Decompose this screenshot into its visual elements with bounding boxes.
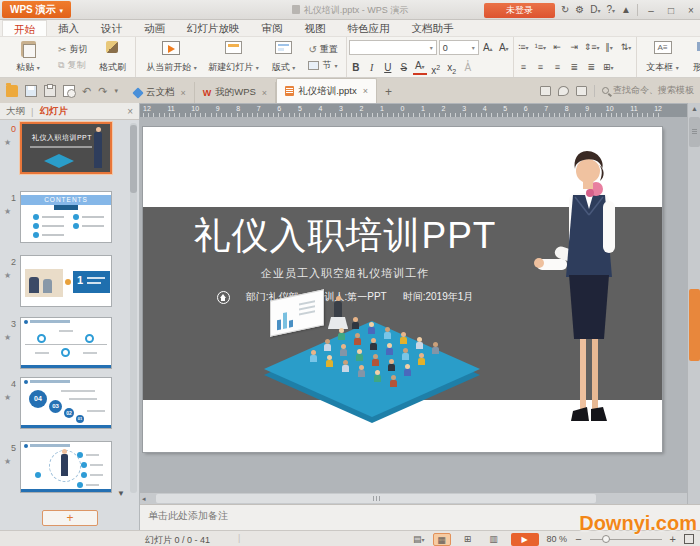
increase-indent-icon[interactable]: ⇥ [567, 40, 582, 55]
pinyin-guide-button[interactable]: A̓ [461, 60, 475, 75]
slide-thumbnail-3[interactable] [20, 317, 112, 369]
slide-thumbnail-1[interactable]: CONTENTS [20, 191, 112, 243]
help-icon[interactable]: ?▾ [607, 1, 616, 20]
more-slides-icon[interactable]: ▼ [117, 489, 125, 498]
align-right-icon[interactable]: ≡ [550, 60, 565, 75]
pen-icon[interactable] [558, 86, 569, 96]
slide-thumbnail-2[interactable]: 1 [20, 255, 112, 307]
menu-tab-slideshow[interactable]: 幻灯片放映 [176, 20, 251, 36]
normal-view-button[interactable]: ▦ [433, 533, 451, 546]
slide-thumbnail-4[interactable]: 04 03 02 01 [20, 377, 112, 429]
menu-tab-view[interactable]: 视图 [294, 20, 337, 36]
command-search-input[interactable]: 查找命令、搜索模板 [602, 84, 694, 97]
skin-theme-icon[interactable]: D▾ [590, 1, 600, 20]
slide-canvas[interactable]: 礼仪入职培训PPT 企业员工入职空姐礼仪培训工作 部门:礼仪部 培训人:第一PP… [143, 127, 662, 452]
align-left-icon[interactable]: ≡ [516, 60, 531, 75]
font-family-select[interactable]: ▾ [349, 40, 437, 55]
feedback-icon[interactable] [540, 86, 551, 96]
hscrollbar-thumb[interactable] [156, 494, 596, 503]
slide-sorter-view-button[interactable]: ⊞ [459, 533, 477, 546]
tab-outline[interactable]: 大纲 [6, 105, 25, 118]
increase-font-icon[interactable]: A▴ [481, 40, 495, 55]
print-preview-icon[interactable] [63, 85, 75, 97]
new-slide-button[interactable]: 新建幻灯片 ▾ [203, 39, 263, 75]
add-slide-button[interactable]: + [42, 510, 98, 526]
tab-slides[interactable]: 幻灯片 [39, 105, 68, 118]
play-from-current-button[interactable]: 从当前开始 ▾ [139, 39, 203, 75]
italic-button[interactable]: I [365, 60, 379, 75]
menu-tab-doc-assistant[interactable]: 文档助手 [401, 20, 465, 36]
underline-button[interactable]: U [381, 60, 395, 75]
scroll-up-icon[interactable]: ▲ [688, 105, 700, 112]
minimize-button[interactable]: – [644, 5, 658, 16]
tab-liyi-peixun-pptx[interactable]: 礼仪培训.pptx × [276, 78, 377, 103]
tab-cloud-docs[interactable]: 云文档 × [126, 82, 195, 103]
zoom-slider-knob[interactable] [602, 535, 610, 543]
close-tab-icon[interactable]: × [363, 86, 368, 96]
layout-button[interactable]: 版式 ▾ [263, 39, 303, 75]
reset-button[interactable]: ↺重置 [305, 41, 340, 57]
section-button[interactable]: 节▾ [305, 57, 340, 73]
font-color-button[interactable]: A▾ [413, 60, 427, 75]
line-spacing-icon[interactable]: ⇕≡▾ [584, 40, 600, 55]
copy-button[interactable]: ⧉复制 [55, 57, 90, 73]
settings-gear-icon[interactable]: ⚙ [575, 1, 584, 19]
share-icon[interactable] [576, 86, 587, 96]
vertical-scrollbar[interactable]: ▲ [687, 103, 700, 504]
format-painter-button[interactable]: 格式刷 [92, 39, 132, 75]
sync-icon[interactable]: ↻ [561, 1, 569, 19]
text-box-button[interactable]: A≡ 文本框 ▾ [640, 39, 686, 75]
redo-icon[interactable]: ↷ [98, 85, 107, 97]
login-button[interactable]: 未登录 [484, 3, 555, 18]
sidebar-scrollbar[interactable] [130, 123, 137, 493]
decrease-indent-icon[interactable]: ⇤ [550, 40, 565, 55]
menu-tab-animation[interactable]: 动画 [133, 20, 176, 36]
reading-view-button[interactable]: ▥ [485, 533, 503, 546]
close-panel-icon[interactable]: × [127, 106, 133, 117]
scroll-left-icon[interactable]: ◂ [142, 495, 146, 503]
undo-icon[interactable]: ↶ [82, 85, 91, 97]
bold-button[interactable]: B [349, 60, 363, 75]
open-folder-icon[interactable] [6, 85, 18, 97]
notes-toggle-icon[interactable]: ▤▾ [413, 532, 425, 546]
distribute-icon[interactable]: ≣ [584, 60, 599, 75]
slide-text-block[interactable]: 礼仪入职培训PPT 企业员工入职空姐礼仪培训工作 部门:礼仪部 培训人:第一PP… [171, 211, 519, 304]
paste-button[interactable]: 粘贴 ▾ [3, 39, 53, 75]
font-size-select[interactable]: 0▾ [439, 40, 479, 55]
horizontal-scrollbar[interactable]: ◂ [140, 492, 687, 504]
slide-thumbnail-0[interactable]: 礼仪入职培训PPT [20, 122, 112, 174]
collapse-ribbon-icon[interactable]: ▲ [621, 1, 631, 19]
maximize-button[interactable]: □ [664, 5, 678, 16]
flight-attendant-image[interactable] [533, 149, 645, 441]
strikethrough-button[interactable]: S [397, 60, 411, 75]
menu-tab-review[interactable]: 审阅 [251, 20, 294, 36]
save-icon[interactable] [25, 85, 37, 97]
text-direction-icon[interactable]: ⇅▾ [619, 40, 634, 55]
shapes-button[interactable]: 形状 ▾ [686, 39, 700, 75]
columns-icon[interactable]: ∥▾ [602, 40, 617, 55]
justify-icon[interactable]: ≣ [567, 60, 582, 75]
menu-tab-home[interactable]: 开始 [2, 20, 47, 36]
menu-tab-design[interactable]: 设计 [90, 20, 133, 36]
play-slideshow-button[interactable]: ▶ [511, 533, 539, 546]
print-icon[interactable] [44, 85, 56, 97]
scrollbar-accent-thumb[interactable] [689, 289, 700, 361]
align-center-icon[interactable]: ≡ [533, 60, 548, 75]
new-tab-button[interactable]: + [377, 82, 400, 103]
menu-tab-special-features[interactable]: 特色应用 [337, 20, 401, 36]
menu-tab-insert[interactable]: 插入 [47, 20, 90, 36]
customize-toolbar-icon[interactable]: ▾ [114, 85, 118, 97]
close-button[interactable]: × [684, 5, 698, 16]
close-tab-icon[interactable]: × [180, 88, 185, 98]
bullets-icon[interactable]: ∶≡▾ [516, 40, 531, 55]
subscript-button[interactable]: x2 [445, 60, 459, 75]
numbering-icon[interactable]: ¹≡▾ [533, 40, 548, 55]
decrease-font-icon[interactable]: A▾ [497, 40, 511, 55]
cut-button[interactable]: ✂剪切 [55, 41, 90, 57]
superscript-button[interactable]: x2 [429, 60, 443, 75]
paragraph-more-icon[interactable]: ⊞▾ [601, 60, 616, 75]
sidebar-scrollbar-thumb[interactable] [130, 125, 137, 193]
tab-my-wps[interactable]: W 我的WPS × [195, 82, 276, 103]
close-tab-icon[interactable]: × [262, 88, 267, 98]
scrollbar-thumb[interactable] [689, 117, 700, 147]
